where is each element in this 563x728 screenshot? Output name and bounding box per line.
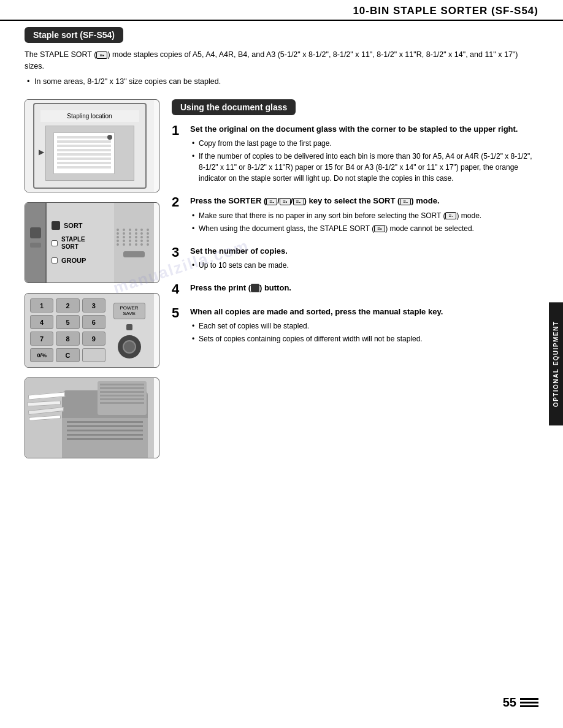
sort-label: SORT xyxy=(64,222,83,229)
step-2-bullet-1: Make sure that there is no paper in any … xyxy=(190,210,538,221)
staple-sort-bullet: In some areas, 8-1/2" x 13" size copies … xyxy=(25,76,538,88)
step-1-bullets: Copy from the last page to the first pag… xyxy=(190,138,538,184)
step-4-number: 4 xyxy=(172,282,184,296)
key-7: 7 xyxy=(30,332,53,346)
step-3-number: 3 xyxy=(172,246,184,259)
step-3-bullets: Up to 10 sets can be made. xyxy=(190,260,538,271)
page-num-line-3 xyxy=(520,705,538,707)
step-4-title: Press the print () button. xyxy=(190,282,538,294)
key-3: 3 xyxy=(82,298,105,313)
step-2-title: Press the SORTER (≡-/≡▪/≡-) key to selec… xyxy=(190,195,538,207)
page-num-lines xyxy=(520,698,538,707)
sort-panel-box: SORT STAPLESORT GROUP xyxy=(25,202,159,283)
key-1: 1 xyxy=(30,298,53,313)
sorter-icon-5: ≡- xyxy=(445,212,456,219)
page-header: 10-BIN STAPLE SORTER (SF-S54) xyxy=(0,0,563,21)
page-number-container: 55 xyxy=(503,696,538,710)
step-5-number: 5 xyxy=(172,306,184,320)
step-5-bullet-1: Each set of copies will be stapled. xyxy=(190,320,538,332)
key-9: 9 xyxy=(82,332,105,346)
staple-sort-label: STAPLESORT xyxy=(61,236,85,251)
main-content: Staple sort (SF-S54) The STAPLE SORT (≡▪… xyxy=(0,27,563,468)
page-title: 10-BIN STAPLE SORTER (SF-S54) xyxy=(353,5,538,17)
step-5: 5 When all copies are made and sorted, p… xyxy=(172,306,538,346)
staple-machine-illustration xyxy=(25,378,154,458)
sort-panel-illustration: SORT STAPLESORT GROUP xyxy=(25,203,154,282)
dot xyxy=(117,229,119,231)
key-6: 6 xyxy=(82,315,105,329)
sort-option-sort: SORT xyxy=(52,221,109,230)
stapling-location-label: Stapling location xyxy=(40,110,139,122)
doc-glass-illustration: Stapling location xyxy=(25,100,154,192)
step-4: 4 Press the print () button. xyxy=(172,282,538,297)
staple-sort-section: Staple sort (SF-S54) The STAPLE SORT (≡▪… xyxy=(25,27,538,87)
staple-machine-box xyxy=(25,377,159,458)
step-1-title: Set the original on the document glass w… xyxy=(190,124,538,135)
step-3-bullet-1: Up to 10 sets can be made. xyxy=(190,260,538,271)
power-indicator xyxy=(126,324,132,330)
step-2-content: Press the SORTER (≡-/≡▪/≡-) key to selec… xyxy=(190,195,538,235)
staple-sort-header: Staple sort (SF-S54) xyxy=(25,27,123,43)
print-button xyxy=(118,335,141,358)
step-2-bullet-2: When using the document glass, the STAPL… xyxy=(190,223,538,234)
key-2: 2 xyxy=(56,298,79,313)
key-blank xyxy=(82,348,105,362)
step-2-number: 2 xyxy=(172,195,184,209)
key-4: 4 xyxy=(30,315,53,329)
side-tab: OPTIONAL EQUIPMENT xyxy=(549,303,563,426)
power-save-button: POWER SAVE xyxy=(113,303,145,319)
key-0: 0/% xyxy=(30,348,53,362)
instructions-layout: Stapling location xyxy=(25,99,538,468)
left-column: Stapling location xyxy=(25,99,159,468)
step-5-content: When all copies are made and sorted, pre… xyxy=(190,306,538,346)
step-2: 2 Press the SORTER (≡-/≡▪/≡-) key to sel… xyxy=(172,195,538,235)
staple-sort-description: The STAPLE SORT (≡▪) mode staples copies… xyxy=(25,49,538,72)
step-5-title: When all copies are made and sorted, pre… xyxy=(190,306,538,317)
sorter-icon-2: ≡▪ xyxy=(280,198,291,205)
step-3: 3 Set the number of copies. Up to 10 set… xyxy=(172,246,538,273)
numpad-grid: 1 2 3 4 5 6 7 8 9 0/% C xyxy=(30,298,105,362)
step-1-bullet-1: Copy from the last page to the first pag… xyxy=(190,138,538,149)
step-4-content: Press the print () button. xyxy=(190,282,538,297)
step-1: 1 Set the original on the document glass… xyxy=(172,124,538,186)
step-1-number: 1 xyxy=(172,124,184,137)
doc-glass-box: Stapling location xyxy=(25,99,159,192)
sorter-icon-6: ≡▪ xyxy=(374,225,385,232)
sort-option-group: GROUP xyxy=(52,257,109,264)
sort-option-staple: STAPLESORT xyxy=(52,236,109,251)
sorter-icon-1: ≡- xyxy=(266,198,277,205)
staple-dot xyxy=(107,135,112,140)
key-c: C xyxy=(56,348,79,362)
page-num-line-2 xyxy=(520,702,538,703)
group-label: GROUP xyxy=(61,257,86,264)
step-3-title: Set the number of copies. xyxy=(190,246,538,257)
page-number: 55 xyxy=(503,696,516,710)
numpad-right: POWER SAVE xyxy=(109,298,149,362)
right-column: Using the document glass 1 Set the origi… xyxy=(172,99,538,468)
sorter-icon-4: ≡- xyxy=(400,198,411,205)
key-8: 8 xyxy=(56,332,79,346)
page-container: 10-BIN STAPLE SORTER (SF-S54) Staple sor… xyxy=(0,0,563,728)
sorter-icon-3: ≡- xyxy=(293,198,304,205)
side-tab-label: OPTIONAL EQUIPMENT xyxy=(553,321,559,408)
using-doc-glass-header: Using the document glass xyxy=(172,99,296,115)
key-5: 5 xyxy=(56,315,79,329)
step-1-bullet-2: If the number of copies to be delivered … xyxy=(190,151,538,184)
sort-icon: ≡▪ xyxy=(96,51,107,59)
step-5-bullets: Each set of copies will be stapled. Sets… xyxy=(190,320,538,344)
numpad-box: 1 2 3 4 5 6 7 8 9 0/% C xyxy=(25,293,159,368)
step-5-bullet-2: Sets of copies containing copies of diff… xyxy=(190,333,538,344)
numpad-illustration: 1 2 3 4 5 6 7 8 9 0/% C xyxy=(25,294,154,367)
step-3-content: Set the number of copies. Up to 10 sets … xyxy=(190,246,538,273)
page-num-line-1 xyxy=(520,698,538,700)
step-1-content: Set the original on the document glass w… xyxy=(190,124,538,186)
step-2-bullets: Make sure that there is no paper in any … xyxy=(190,210,538,234)
